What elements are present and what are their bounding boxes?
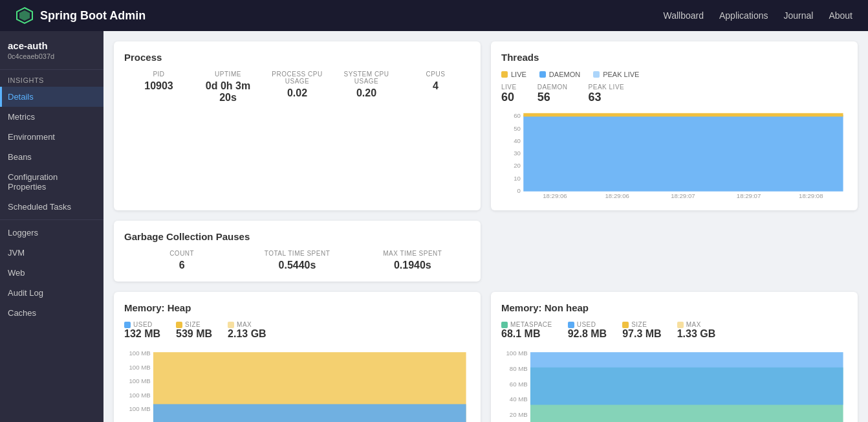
process-table: PID 10903 UPTIME 0d 0h 3m 20s PROCESS CP… [124,71,470,104]
app-name: ace-auth [8,40,96,51]
svg-text:100 MB: 100 MB [129,392,150,399]
svg-text:80 MB: 80 MB [510,365,528,372]
svg-text:20 MB: 20 MB [510,411,528,418]
process-pid-value: 10903 [129,80,188,92]
app-info: ace-auth 0c4ceaeb037d [0,31,103,70]
threads-legend-peak: PEAK LIVE [593,71,639,78]
memory-nonheap-legend: METASPACE 68.1 MB USED 92.8 MB SIZE [501,321,847,340]
sidebar-item-web[interactable]: Web [0,263,103,283]
heap-used-label: USED [124,321,153,328]
nonheap-max-legend: MAX 1.33 GB [677,321,716,340]
heap-max-value: 2.13 GB [228,328,266,340]
gc-max-col: MAX TIME SPENT 0.1940s [355,250,470,271]
gc-max-value: 0.1940s [360,260,465,271]
svg-text:50: 50 [514,125,521,132]
sidebar-item-caches[interactable]: Caches [0,303,103,323]
sidebar-item-details[interactable]: Details [0,87,103,107]
memory-heap-legend: USED 132 MB SIZE 539 MB MAX 2 [124,321,470,340]
gc-card: Garbage Collection Pauses COUNT 6 TOTAL … [114,221,481,282]
sidebar-item-beans[interactable]: Beans [0,147,103,167]
heap-size-value: 539 MB [176,328,212,340]
sidebar-item-jvm[interactable]: JVM [0,243,103,263]
threads-daemon-dot [539,71,546,78]
process-uptime-value: 0d 0h 3m 20s [199,80,257,104]
svg-rect-23 [153,404,466,422]
svg-text:60 MB: 60 MB [510,381,528,388]
nonheap-max-dot [677,322,684,328]
sidebar-item-metrics[interactable]: Metrics [0,107,103,127]
sidebar-item-audit-log[interactable]: Audit Log [0,283,103,303]
heap-size-label: SIZE [176,321,201,328]
threads-live-label: LIVE [511,71,526,78]
gc-count-col: COUNT 6 [124,250,239,271]
heap-used-dot [124,322,131,328]
nonheap-used-legend: USED 92.8 MB [568,321,607,340]
memory-heap-chart: 100 MB 100 MB 100 MB 100 MB 100 MB 0 B 1… [124,345,470,422]
memory-nonheap-chart: 100 MB 80 MB 60 MB 40 MB 20 MB 0 B 18:28… [501,345,847,422]
gc-count-value: 6 [129,260,234,271]
process-card-title: Process [124,52,470,63]
heap-max-dot [228,322,234,328]
nav-applications[interactable]: Applications [719,10,768,21]
app-title: Spring Boot Admin [40,9,146,23]
threads-peak-value-label: PEAK LIVE [589,83,625,91]
heap-size-legend: SIZE 539 MB [176,321,212,340]
sidebar-item-environment[interactable]: Environment [0,127,103,147]
svg-text:100 MB: 100 MB [129,364,150,371]
gc-table: COUNT 6 TOTAL TIME SPENT 0.5440s MAX TIM… [124,250,470,271]
process-cpus-col: CPUS 4 [401,71,470,104]
nonheap-size-label: SIZE [622,321,647,328]
gc-card-title: Garbage Collection Pauses [124,231,470,242]
process-pid-label: PID [129,71,188,78]
threads-card: Threads LIVE DAEMON PEAK LIVE LIVE [491,41,858,210]
svg-text:30: 30 [514,150,521,157]
nav-about[interactable]: About [829,10,852,21]
sidebar-item-configuration-properties[interactable]: Configuration Properties [0,167,103,197]
heap-size-dot [176,322,182,328]
sidebar: ace-auth 0c4ceaeb037d Insights Details M… [0,31,103,422]
nonheap-meta-dot [501,322,508,328]
svg-text:60: 60 [514,112,521,119]
gc-count-label: COUNT [129,250,234,257]
heap-max-label: MAX [228,321,252,328]
sidebar-item-loggers[interactable]: Loggers [0,223,103,243]
nonheap-used-label: USED [568,321,596,328]
sidebar-item-scheduled-tasks[interactable]: Scheduled Tasks [0,197,103,217]
nav-wallboard[interactable]: Wallboard [663,10,704,21]
sidebar-section-insights: Insights [0,70,103,87]
process-cpus-label: CPUS [406,71,465,78]
header: Spring Boot Admin Wallboard Applications… [0,0,868,31]
header-nav: Wallboard Applications Journal About [663,10,852,21]
memory-nonheap-card: Memory: Non heap METASPACE 68.1 MB USED … [491,292,858,422]
threads-daemon-label: DAEMON [549,71,580,78]
heap-used-value: 132 MB [124,328,160,340]
gc-total-col: TOTAL TIME SPENT 0.5440s [239,250,354,271]
nonheap-max-value: 1.33 GB [677,328,716,340]
threads-peak-dot [593,71,600,78]
svg-text:40 MB: 40 MB [510,395,528,403]
threads-card-title: Threads [501,52,847,63]
threads-legend-live: LIVE [501,71,526,78]
gc-max-label: MAX TIME SPENT [360,250,465,257]
gc-total-label: TOTAL TIME SPENT [244,250,349,257]
nonheap-size-legend: SIZE 97.3 MB [622,321,661,340]
threads-chart: 60 50 40 30 20 10 0 18:29:06 18:29:06 18… [501,109,847,200]
svg-rect-10 [523,113,843,117]
nonheap-max-label: MAX [677,321,701,328]
svg-text:100 MB: 100 MB [506,350,527,357]
svg-text:100 MB: 100 MB [129,377,150,384]
main-content: Process PID 10903 UPTIME 0d 0h 3m 20s PR… [103,31,868,422]
threads-chart-svg: 60 50 40 30 20 10 0 18:29:06 18:29:06 18… [501,109,847,200]
process-cpu-usage-col: PROCESS CPU USAGE 0.02 [263,71,332,104]
nav-journal[interactable]: Journal [783,10,813,21]
nonheap-size-dot [622,322,629,328]
threads-live-dot [501,71,508,78]
svg-text:100 MB: 100 MB [129,350,150,357]
process-system-cpu-label: SYSTEM CPU USAGE [337,71,396,85]
process-cpus-value: 4 [406,80,465,92]
threads-peak-label: PEAK LIVE [603,71,639,78]
svg-text:18:29:07: 18:29:07 [671,192,695,199]
process-cpu-usage-value: 0.02 [268,87,327,99]
heap-max-legend: MAX 2.13 GB [228,321,266,340]
nonheap-meta-value: 68.1 MB [501,328,540,340]
